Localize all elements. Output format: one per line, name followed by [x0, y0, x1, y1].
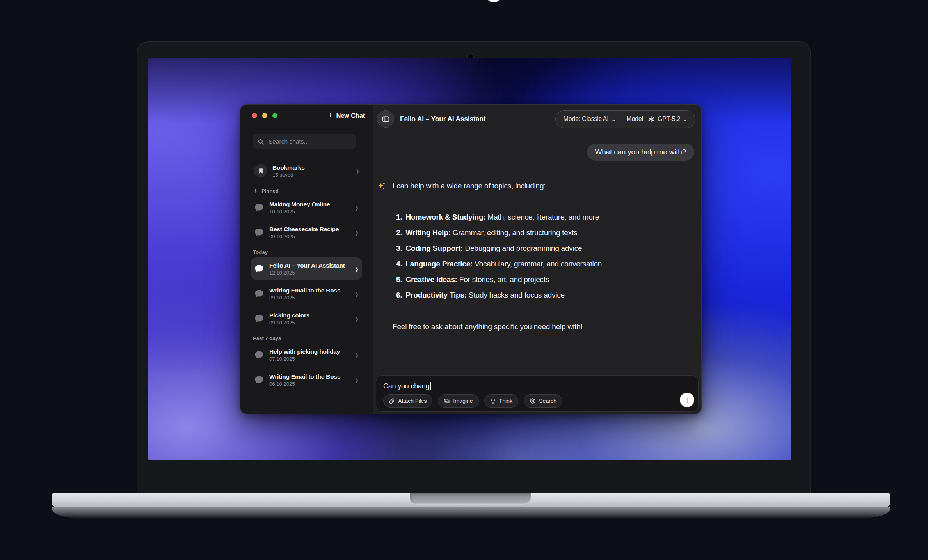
globe-icon	[530, 398, 536, 404]
new-chat-label: New Chat	[336, 112, 365, 119]
minimize-button[interactable]	[262, 113, 267, 118]
assistant-topic-list: Homework & Studying: Math, science, lite…	[393, 209, 602, 303]
photos-icon	[444, 398, 450, 404]
laptop-base	[52, 493, 890, 507]
user-message-bubble: What can you help me with?	[587, 144, 694, 161]
list-item: Creative Ideas: For stories, art, and pr…	[396, 272, 602, 287]
new-chat-button[interactable]: + New Chat	[328, 111, 365, 120]
paperclip-icon	[389, 398, 395, 404]
page-title: Fello AI – Your AI Assistant	[400, 115, 485, 123]
pin-icon	[253, 188, 258, 194]
chat-item-writing-email-to-the-boss[interactable]: Writing Email to the Boss 09.10.2025 ›	[251, 282, 362, 305]
chevron-down-icon: ⌄	[610, 116, 617, 122]
search-icon	[258, 138, 264, 145]
desktop: + New Chat Bookmarks 15 saved ›	[0, 0, 928, 560]
model-dropdown[interactable]: Model: GPT-5.2 ⌄	[626, 115, 687, 123]
zoom-button[interactable]	[272, 113, 277, 118]
text-cursor	[430, 382, 431, 390]
close-button[interactable]	[252, 113, 257, 118]
chat-item-help-with-picking-holiday[interactable]: Help with picking holiday 07.10.2025 ›	[251, 344, 362, 366]
openai-logo-icon	[647, 115, 655, 123]
think-button[interactable]: Think	[484, 394, 518, 408]
chevron-right-icon: ›	[355, 349, 358, 361]
chat-bubble-icon	[254, 227, 264, 237]
section-label-today: Today	[253, 249, 362, 255]
chat-item-best-cheesecake-recipe[interactable]: Best Cheesecake Recipe 09.10.2025 ›	[251, 221, 362, 244]
list-item: Language Practice: Vocabulary, grammar, …	[396, 256, 602, 272]
chevron-down-icon: ⌄	[682, 116, 688, 122]
traffic-lights	[252, 113, 277, 118]
message-input[interactable]: Can you chang	[383, 381, 692, 391]
search-input[interactable]	[268, 138, 352, 145]
search-tool-button[interactable]: Search	[524, 394, 562, 408]
composer-toolbar: Attach Files Imagine Think Search	[383, 394, 692, 408]
mode-dropdown[interactable]: Mode: Classic AI ⌄	[564, 115, 616, 122]
composer: Can you chang Attach Files Imagine Think	[376, 375, 699, 412]
chat-bubble-icon	[254, 289, 264, 299]
assistant-intro-text: I can help with a wide range of topics, …	[393, 181, 602, 191]
laptop-base-front-edge	[52, 507, 890, 519]
search-field[interactable]	[253, 134, 356, 149]
chat-bubble-icon	[254, 264, 264, 274]
chat-bubble-icon	[254, 350, 264, 360]
list-item: Homework & Studying: Math, science, lite…	[396, 209, 602, 225]
bookmarks-item[interactable]: Bookmarks 15 saved ›	[251, 161, 362, 181]
list-item: Productivity Tips: Study hacks and focus…	[396, 287, 602, 303]
chevron-right-icon: ›	[355, 227, 358, 238]
imagine-button[interactable]: Imagine	[438, 394, 478, 408]
chat-bubble-icon	[254, 375, 264, 385]
app-window: + New Chat Bookmarks 15 saved ›	[240, 104, 702, 414]
chat-item-writing-email-to-the-boss-2[interactable]: Writing Email to the Boss 06.10.2025 ›	[251, 369, 362, 391]
laptop-lid-notch	[410, 493, 531, 505]
list-item: Coding Support: Debugging and programmin…	[396, 241, 602, 256]
assistant-outro-text: Feel free to ask about anything specific…	[393, 322, 602, 332]
arrow-up-icon: ↑	[685, 396, 689, 404]
sparkle-icon	[377, 181, 386, 191]
sidebar-panel-icon	[382, 115, 390, 123]
chat-item-making-money-online[interactable]: Making Money Online 10.10.2025 ›	[251, 196, 362, 219]
list-item: Writing Help: Grammar, editing, and stru…	[396, 225, 602, 241]
bookmark-icon	[254, 164, 267, 177]
chat-bubble-icon	[254, 202, 264, 213]
chevron-right-icon: ›	[355, 313, 358, 324]
section-label-pinned: Pinned	[253, 188, 362, 194]
bookmarks-title: Bookmarks	[272, 164, 305, 171]
chat-header: Fello AI – Your AI Assistant Mode: Class…	[373, 105, 701, 129]
chat-panel: Fello AI – Your AI Assistant Mode: Class…	[373, 105, 701, 414]
cropped-logo-fragment	[488, 0, 500, 2]
chat-bubble-icon	[254, 314, 264, 324]
chevron-right-icon: ›	[355, 263, 358, 275]
chat-item-fello-ai-selected[interactable]: Fello AI – Your AI Assistant 12.10.2025 …	[251, 257, 362, 280]
chevron-right-icon: ›	[355, 288, 358, 299]
chevron-right-icon: ›	[355, 374, 358, 386]
section-label-past-7-days: Past 7 days	[253, 335, 362, 341]
attach-files-button[interactable]: Attach Files	[383, 394, 432, 408]
assistant-message: I can help with a wide range of topics, …	[376, 181, 694, 332]
lightbulb-icon	[490, 398, 496, 404]
chevron-right-icon: ›	[356, 165, 359, 177]
send-button[interactable]: ↑	[680, 393, 694, 407]
chevron-right-icon: ›	[355, 202, 358, 213]
bookmarks-count: 15 saved	[272, 172, 305, 178]
sidebar-titlebar: + New Chat	[240, 105, 373, 126]
sidebar: + New Chat Bookmarks 15 saved ›	[240, 105, 373, 414]
sidebar-toggle-button[interactable]	[377, 110, 394, 128]
mode-model-pill: Mode: Classic AI ⌄ Model: GPT-5.2 ⌄	[555, 110, 695, 128]
chat-item-picking-colors[interactable]: Picking colors 09.10.2025 ›	[251, 307, 362, 330]
message-list: What can you help me with? I can help wi…	[373, 129, 701, 375]
plus-icon: +	[328, 111, 333, 120]
